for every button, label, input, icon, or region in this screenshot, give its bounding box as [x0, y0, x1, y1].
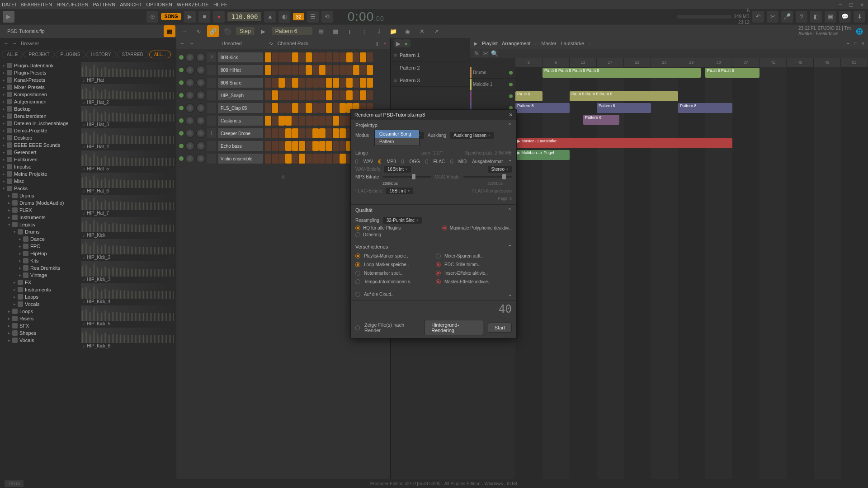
ogg-radio[interactable] [401, 159, 404, 164]
playlist-clip[interactable]: Pattern 6 [583, 115, 619, 125]
rack-menu-icon[interactable]: ← [180, 41, 185, 46]
dd-gesamter-song[interactable]: Gesamter Song [375, 130, 419, 138]
menu-hilfe[interactable]: HILFE [213, 2, 227, 7]
tree-item[interactable]: Demo-Projekte [0, 127, 79, 134]
mp3-radio[interactable] [378, 159, 381, 164]
ogg-bitrate-slider[interactable] [463, 176, 512, 178]
pat-play-icon[interactable]: ▶ [394, 39, 402, 47]
tree-item[interactable]: Vintage [0, 272, 79, 279]
tab-alle[interactable]: ALLE [2, 51, 23, 58]
menu-hinzufuegen[interactable]: HINZUFüGEN [57, 2, 88, 7]
tree-item[interactable]: Dateien in..ischenablage [0, 120, 79, 127]
rack-opts-icon[interactable]: ⫿ [376, 41, 379, 46]
unsorted-label[interactable]: Unsorted [222, 41, 242, 46]
wave-icon[interactable]: ∿ [269, 41, 273, 47]
logo-icon[interactable]: ▶ [3, 11, 14, 23]
piano-icon[interactable]: ▦ [330, 25, 341, 37]
plugin-icon[interactable]: ◉ [402, 25, 414, 37]
track-header[interactable] [470, 90, 515, 102]
help-icon[interactable]: ? [796, 11, 807, 23]
tree-item[interactable]: Legacy [0, 221, 79, 228]
playlist-marker-check[interactable] [355, 253, 360, 258]
mixer-icon[interactable]: ⫿ [344, 25, 356, 37]
record-icon[interactable]: ● [213, 11, 225, 23]
metronome-icon[interactable]: ▲ [264, 11, 276, 23]
channel-row[interactable]: 808 HiHat [179, 64, 387, 76]
tool-icon[interactable]: ✂ [767, 11, 778, 23]
tab-plugins[interactable]: PLUGINS [56, 51, 85, 58]
cloud-expand-icon[interactable]: ⌄ [508, 292, 512, 297]
cloud-check[interactable] [355, 292, 360, 297]
close-window-icon[interactable]: × [858, 1, 866, 8]
channel-row[interactable]: 808 Snare [179, 77, 387, 89]
tree-item[interactable]: Gerendert [0, 149, 79, 156]
track-header[interactable]: Melodie 1 [470, 79, 515, 90]
flac-radio[interactable] [425, 159, 428, 164]
menu-ansicht[interactable]: ANSICHT [120, 2, 142, 7]
tree-item[interactable]: Packs [0, 185, 79, 192]
menu-werkzeuge[interactable]: WERKZEUGE [177, 2, 209, 7]
playlist-clip[interactable]: Pa..n 5 Pa..n 5 Pa..n 5 Pa..n 5 [542, 68, 701, 78]
stop-icon[interactable]: ■ [198, 11, 210, 23]
channel-icon[interactable]: ↕ [359, 25, 370, 37]
browser-fwd-icon[interactable]: → [12, 41, 17, 46]
wave-item[interactable]: HIP_Hat_2 [81, 84, 174, 105]
menu-bearbeiten[interactable]: BEARBEITEN [21, 2, 52, 7]
tree-item[interactable]: Kompositionen [0, 91, 79, 98]
pattern-item[interactable]: Pattern 3 [391, 74, 470, 87]
tab-all2[interactable]: ALL... [149, 51, 171, 58]
playlist-clip[interactable]: Pa..n 5 Pa..n 5 [705, 68, 760, 78]
wav-depth-dropdown[interactable]: 16Bit int [384, 166, 411, 173]
browser2-icon[interactable]: 📁 [387, 25, 399, 37]
ausklang-dropdown[interactable]: Ausklang lassen [450, 132, 494, 139]
pat-mode-icon[interactable]: ⊙ [146, 11, 158, 23]
tree-item[interactable]: Plugin-Datenbank [0, 62, 79, 69]
dd-pattern[interactable]: Pattern [375, 138, 419, 145]
master-fx-check[interactable] [436, 279, 441, 284]
poly-check[interactable] [442, 225, 447, 230]
tree-item[interactable]: Instruments [0, 286, 79, 293]
tree-item[interactable]: EEEE EEEE Sounds [0, 141, 79, 149]
arrow2-icon[interactable]: ↗ [431, 25, 443, 37]
nav-right-icon[interactable]: → [178, 25, 190, 37]
playlist-grid[interactable]: 591317212529333741454953 Pa..n 5 Pa..n 5… [515, 58, 868, 479]
mic-icon[interactable]: 🎤 [781, 11, 793, 23]
tree-item[interactable]: Dance [0, 235, 79, 243]
quality-collapse-icon[interactable]: ⌃ [508, 207, 512, 213]
track-header[interactable]: Drums [470, 67, 515, 79]
close2-icon[interactable]: ✕ [416, 25, 428, 37]
minimize-icon[interactable]: − [836, 1, 844, 8]
flac-depth-dropdown[interactable]: 16Bit int [386, 188, 413, 194]
step-play-icon[interactable]: ▶ [257, 25, 269, 37]
magnet-icon[interactable]: ∿ [193, 25, 204, 37]
tree-item[interactable]: Shapes [0, 329, 79, 337]
chat-icon[interactable]: 💬 [839, 11, 851, 23]
loop-rec-icon[interactable]: ⟲ [321, 11, 333, 23]
link-icon[interactable]: 🔗 [207, 25, 219, 37]
browser-waves[interactable]: HIP_HatHIP_Hat_2HIP_Hat_3HIP_Hat_4HIP_Ha… [79, 60, 176, 479]
song-mode-button[interactable]: SONG [161, 13, 181, 20]
pl-play-icon[interactable]: ▶ [474, 41, 477, 47]
playlist-clip[interactable]: Pattern 8 [515, 103, 570, 113]
channel-row[interactable]: HIP_Snaph [179, 89, 387, 101]
channel-row[interactable]: 2808 Kick [179, 52, 387, 63]
knob2[interactable] [101, 25, 113, 37]
playlist-clip[interactable]: Pattern 8 [678, 103, 732, 113]
pl-tool1-icon[interactable]: ✎ [473, 50, 480, 57]
globe-icon[interactable]: 🌐 [854, 25, 865, 37]
tree-item[interactable]: FX [0, 279, 79, 286]
tree-item[interactable]: HipHop [0, 250, 79, 257]
download-icon[interactable]: ⬇ [854, 11, 865, 23]
wave-item[interactable]: HIP_Hat [81, 62, 174, 83]
tree-item[interactable]: Vocals [0, 300, 79, 308]
view2-icon[interactable]: ▣ [825, 11, 836, 23]
wave-item[interactable]: HIP_Kick_6 [81, 328, 174, 349]
wav-radio[interactable] [355, 159, 358, 164]
pattern-item[interactable]: Pattern 2 [391, 61, 470, 74]
tab-history[interactable]: HISTORY [86, 51, 116, 58]
wave-item[interactable]: HIP_Kick_2 [81, 239, 174, 260]
insert-fx-check[interactable] [436, 271, 441, 276]
playlist-clip[interactable]: ▶ Master - Lautstärke [515, 138, 732, 148]
knob1[interactable] [87, 25, 99, 37]
undo-icon[interactable]: ↶ [752, 11, 764, 23]
